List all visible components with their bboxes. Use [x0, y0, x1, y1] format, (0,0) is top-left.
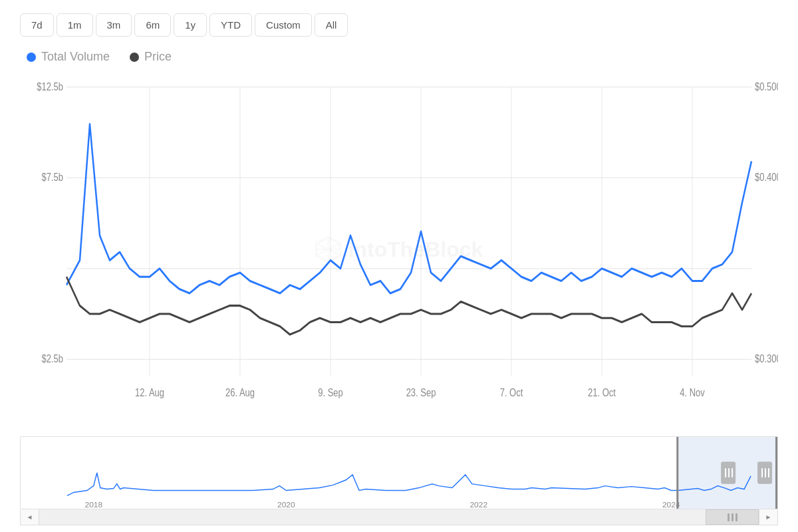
btn-1m[interactable]: 1m: [57, 13, 93, 37]
btn-all[interactable]: All: [315, 13, 348, 37]
svg-text:$12.5b: $12.5b: [37, 80, 63, 92]
svg-text:$0.300000: $0.300000: [755, 353, 778, 365]
svg-text:12. Aug: 12. Aug: [135, 387, 164, 399]
svg-text:7. Oct: 7. Oct: [500, 387, 523, 399]
chart-legend: Total Volume Price: [27, 50, 778, 64]
scrollbar[interactable]: ◄ ►: [20, 509, 778, 525]
svg-rect-34: [676, 437, 678, 509]
scroll-left-arrow[interactable]: ◄: [21, 509, 39, 525]
legend-price: Price: [130, 50, 172, 64]
price-label: Price: [144, 50, 172, 64]
navigator-chart[interactable]: 2018 2020 2022 2024: [20, 436, 778, 509]
main-chart-svg: $12.5b $7.5b $2.5b $0.500000 $0.400000 $…: [20, 70, 778, 434]
volume-dot-icon: [27, 53, 36, 62]
btn-7d[interactable]: 7d: [20, 13, 54, 37]
scroll-grip-icon: [735, 513, 737, 521]
time-range-buttons: 7d 1m 3m 6m 1y YTD Custom All: [20, 13, 778, 37]
svg-text:2022: 2022: [469, 500, 487, 509]
svg-text:21. Oct: 21. Oct: [588, 387, 616, 399]
svg-text:$2.5b: $2.5b: [42, 353, 63, 365]
svg-text:$0.500000: $0.500000: [755, 80, 778, 92]
svg-text:23. Sep: 23. Sep: [406, 387, 436, 399]
main-chart[interactable]: IntoTheBlock $12.5b $7.5b: [20, 70, 778, 434]
volume-label: Total Volume: [41, 50, 110, 64]
svg-text:2018: 2018: [84, 500, 102, 509]
scroll-track[interactable]: [39, 509, 759, 525]
scroll-right-arrow[interactable]: ►: [759, 509, 777, 525]
scroll-grip-icon: [732, 513, 733, 521]
svg-text:26. Aug: 26. Aug: [225, 387, 255, 399]
btn-3m[interactable]: 3m: [96, 13, 132, 37]
chart-wrapper: IntoTheBlock $12.5b $7.5b: [20, 70, 778, 525]
btn-6m[interactable]: 6m: [134, 13, 171, 37]
navigator-svg: 2018 2020 2022 2024: [21, 437, 777, 509]
svg-rect-35: [775, 437, 777, 509]
price-dot-icon: [130, 53, 139, 62]
svg-text:2020: 2020: [277, 500, 295, 509]
svg-text:$7.5b: $7.5b: [42, 172, 63, 184]
svg-text:4. Nov: 4. Nov: [680, 387, 705, 399]
scroll-grip-icon: [728, 513, 730, 521]
scroll-thumb[interactable]: [706, 509, 759, 525]
legend-volume: Total Volume: [27, 50, 110, 64]
btn-1y[interactable]: 1y: [174, 13, 207, 37]
svg-text:$0.400000: $0.400000: [755, 172, 778, 184]
svg-text:9. Sep: 9. Sep: [318, 387, 343, 399]
btn-ytd[interactable]: YTD: [209, 13, 252, 37]
btn-custom[interactable]: Custom: [255, 13, 312, 37]
